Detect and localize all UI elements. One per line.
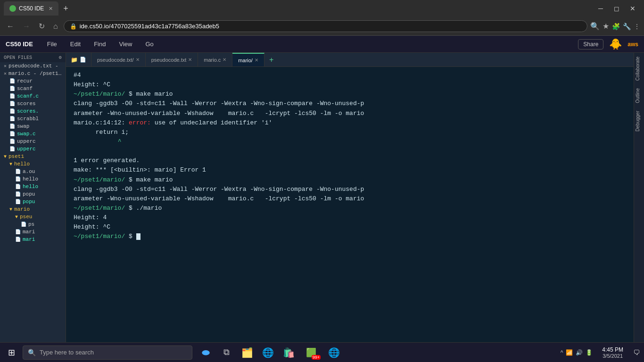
cfile-icon: 📄: [9, 131, 15, 137]
tray-volume-icon[interactable]: 🔊: [576, 349, 583, 356]
tab-close-1[interactable]: ✕: [136, 57, 140, 62]
notification-button[interactable]: 🗨: [629, 343, 644, 362]
taskbar: ⊞ 🔍 Type here to search ⬬ ⧉ 🗂️ 🌐 🛍️: [0, 342, 644, 362]
term-line-7: ^: [74, 137, 626, 147]
home-button[interactable]: ⌂: [50, 20, 61, 33]
list-item[interactable]: 📄a.ou: [0, 168, 66, 175]
list-item[interactable]: ▼hello: [0, 160, 66, 168]
right-tab-debugger[interactable]: Debugger: [634, 107, 644, 135]
search-placeholder: Type here to search: [40, 349, 94, 356]
tab-close-2[interactable]: ✕: [188, 57, 192, 62]
list-item[interactable]: 📄scanf: [0, 85, 66, 92]
taskbar-search[interactable]: 🔍 Type here to search: [23, 346, 192, 360]
right-tab-outline[interactable]: Outline: [634, 84, 644, 107]
maximize-button[interactable]: ◻: [609, 1, 624, 16]
list-item[interactable]: ▼pset1: [0, 153, 66, 160]
app-logo: CS50 IDE: [6, 41, 33, 48]
list-item[interactable]: 📄popu: [0, 190, 66, 198]
share-button[interactable]: Share: [578, 39, 603, 49]
extension-icon[interactable]: 🧩: [612, 23, 620, 30]
reload-button[interactable]: ↻: [36, 20, 48, 33]
list-item[interactable]: 📄upperc: [0, 145, 66, 153]
list-item[interactable]: 📄recur: [0, 77, 66, 85]
menu-view[interactable]: View: [116, 39, 135, 49]
back-button[interactable]: ←: [4, 20, 17, 33]
tab-folder-btn[interactable]: 📁 📄: [66, 53, 91, 67]
cfile-icon: 📄: [9, 93, 15, 99]
taskbar-icon-badge[interactable]: 🟩 99+: [300, 343, 322, 362]
menu-find[interactable]: Find: [91, 39, 108, 49]
close-file-icon-2[interactable]: ✕: [4, 71, 7, 76]
file-icon: 📄: [9, 123, 15, 129]
clock-display[interactable]: 4:45 PM 3/5/2021: [596, 346, 629, 359]
tab-pseudocode-txt[interactable]: pseudocode.txt ✕: [146, 53, 198, 67]
taskbar-icon-edge[interactable]: 🌐: [258, 343, 277, 362]
list-item[interactable]: ▼mario: [0, 206, 66, 213]
menu-icon[interactable]: ⋮: [634, 23, 640, 30]
windows-icon: ⊞: [8, 347, 15, 358]
sidebar-open-file-2[interactable]: ✕ mario.c - /pset1/r: [0, 70, 66, 77]
tab-mario-c[interactable]: mario.c ✕: [198, 53, 232, 67]
new-tab-button[interactable]: +: [59, 4, 72, 13]
add-tab-button[interactable]: +: [264, 53, 278, 67]
sidebar-open-file-1[interactable]: ✕ pseudocode.txt -: [0, 62, 66, 70]
list-item[interactable]: 📄mari: [0, 228, 66, 236]
menu-file[interactable]: File: [44, 39, 60, 49]
tray-network-icon[interactable]: 📶: [566, 349, 573, 356]
list-item[interactable]: 📄upperc: [0, 138, 66, 145]
tray-battery-icon[interactable]: 🔋: [586, 349, 593, 356]
menu-edit[interactable]: Edit: [67, 39, 83, 49]
taskbar-icon-taskview[interactable]: ⧉: [217, 343, 236, 362]
content-area: 📁 📄 pseudocode.txt/ ✕ pseudocode.txt ✕ m…: [66, 53, 634, 342]
minimize-button[interactable]: ─: [593, 1, 608, 16]
taskbar-icon-explorer[interactable]: 🗂️: [238, 343, 256, 362]
list-item[interactable]: 📄swap: [0, 123, 66, 130]
tab-label-2: pseudocode.txt: [151, 57, 187, 63]
list-item[interactable]: 📄popu: [0, 198, 66, 206]
taskbar-icon-chrome[interactable]: 🌐: [324, 343, 343, 362]
folder-open-icon: ▼: [9, 207, 12, 212]
url-bar: ← → ↻ ⌂ 🔒 ide.cs50.io/4707025591ad43c1a7…: [0, 17, 644, 36]
file-name-2: mario.c - /pset1/r: [8, 71, 62, 76]
taskbar-icon-store[interactable]: 🛍️: [279, 343, 298, 362]
sys-tray: ^ 📶 🔊 🔋: [557, 349, 597, 356]
tab-close-3[interactable]: ✕: [223, 57, 226, 62]
right-tab-collaborate[interactable]: Collaborate: [634, 53, 644, 84]
list-item[interactable]: 📄scanf.c: [0, 92, 66, 100]
magnifier-icon[interactable]: 🔍: [590, 22, 600, 31]
menu-go[interactable]: Go: [142, 39, 156, 49]
list-item[interactable]: 📄swap.c: [0, 130, 66, 138]
puzzle-icon[interactable]: 🔧: [623, 23, 631, 30]
tab-label: CS50 IDE: [19, 5, 44, 12]
clock-time: 4:45 PM: [602, 346, 623, 353]
close-button[interactable]: ✕: [625, 1, 640, 16]
tab-close-4[interactable]: ✕: [255, 58, 258, 63]
list-item[interactable]: 📄hello: [0, 175, 66, 183]
file-icon2: 📄: [80, 57, 86, 63]
sidebar-settings-icon[interactable]: ⚙: [59, 55, 62, 60]
tray-chevron[interactable]: ^: [561, 349, 563, 356]
list-item[interactable]: 📄scrabbl: [0, 115, 66, 123]
term-line-12: clang -ggdb3 -O0 -std=c11 -Wall -Werror …: [74, 185, 626, 194]
file-icon: 📄: [15, 191, 21, 197]
terminal-panel[interactable]: #4 Height: ^C ~/pset1/mario/ $ make mari…: [66, 67, 634, 342]
close-file-icon[interactable]: ✕: [4, 63, 7, 69]
sidebar-header: OPEN FILES ⚙: [0, 53, 66, 62]
file-icon: 📄: [9, 139, 15, 144]
tab-pseudocode-txt-slash[interactable]: pseudocode.txt/ ✕: [91, 53, 146, 67]
list-item[interactable]: 📄scores.: [0, 107, 66, 115]
tab-close-icon[interactable]: ✕: [49, 6, 53, 12]
taskbar-icon-cortana[interactable]: ⬬: [196, 343, 215, 362]
list-item[interactable]: 📄scores: [0, 100, 66, 107]
term-line-10: make: *** [<builtin>: mario] Error 1: [74, 165, 626, 175]
browser-tab-active[interactable]: CS50 IDE ✕: [4, 1, 58, 16]
start-button[interactable]: ⊞: [0, 343, 23, 362]
star-icon[interactable]: ★: [603, 22, 609, 31]
tab-mario-active[interactable]: mario/ ✕: [232, 53, 264, 67]
forward-button[interactable]: →: [20, 20, 33, 33]
list-item[interactable]: 📄hello: [0, 183, 66, 190]
url-input-wrapper[interactable]: 🔒 ide.cs50.io/4707025591ad43c1a7756a83e3…: [64, 20, 587, 32]
list-item[interactable]: 📄ps: [0, 221, 66, 228]
list-item[interactable]: ▼pseu: [0, 213, 66, 221]
list-item[interactable]: 📄mari: [0, 236, 66, 243]
